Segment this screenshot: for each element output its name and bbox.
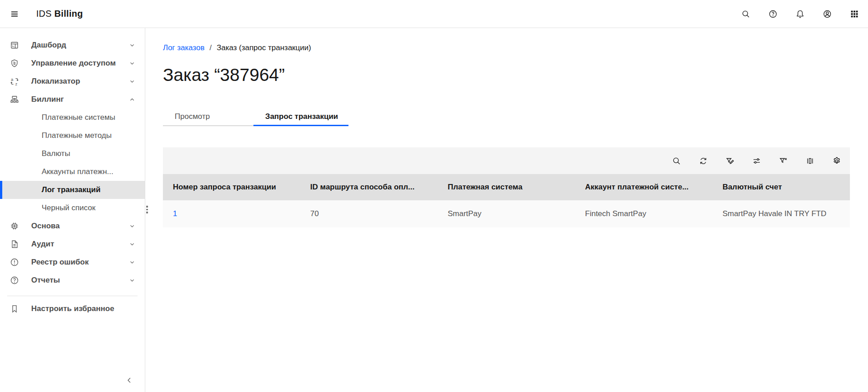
- sidebar-item-label: Настроить избранное: [31, 304, 114, 313]
- question-circle-icon: [10, 276, 19, 285]
- sidebar-item-reports[interactable]: Отчеты: [0, 271, 145, 289]
- sidebar-item-error-registry[interactable]: Реестр ошибок: [0, 253, 145, 271]
- translate-icon: a z: [10, 77, 19, 86]
- sidebar-item-favorites[interactable]: Настроить избранное: [0, 300, 145, 318]
- tab-view[interactable]: Просмотр: [163, 108, 253, 126]
- svg-text:z: z: [15, 82, 18, 86]
- table-settings-gear-icon[interactable]: [823, 147, 850, 174]
- chevron-down-icon: [129, 60, 136, 67]
- top-bar: IDS Billing: [0, 0, 868, 28]
- sidebar-subitem-label: Валюты: [42, 149, 70, 158]
- sidebar-item-label: Аудит: [31, 240, 54, 249]
- chevron-up-icon: [129, 96, 136, 103]
- sidebar-item-label: Локализатор: [31, 77, 80, 86]
- sidebar-subitem-payment-systems[interactable]: Платежные системы: [0, 109, 145, 127]
- sidebar-subitem-label: Черный список: [42, 203, 95, 213]
- sidebar-subitem-currencies[interactable]: Валюты: [0, 145, 145, 163]
- cell-payment-system: SmartPay: [438, 200, 575, 227]
- transaction-request-link[interactable]: 1: [173, 209, 177, 218]
- dashboard-icon: [10, 41, 19, 50]
- column-header[interactable]: Платежная система: [438, 174, 575, 200]
- sidebar-subitem-label: Аккаунты платежн...: [42, 167, 113, 176]
- sidebar-subitem-label: Платежные методы: [42, 131, 112, 140]
- notifications-icon[interactable]: [787, 0, 814, 28]
- chevron-down-icon: [129, 78, 136, 85]
- warning-circle-icon: [10, 258, 19, 267]
- column-header[interactable]: ID маршрута способа опл...: [300, 174, 438, 200]
- sidebar-item-access-management[interactable]: Управление доступом: [0, 54, 145, 72]
- breadcrumb-separator: /: [210, 43, 212, 52]
- sidebar-subitem-transaction-log[interactable]: Лог транзакций: [0, 181, 145, 199]
- filter-edit-icon[interactable]: [716, 147, 743, 174]
- sidebar-resize-handle[interactable]: [146, 206, 148, 215]
- sidebar-subitem-blacklist[interactable]: Черный список: [0, 199, 145, 217]
- breadcrumb-current: Заказ (запрос транзакции): [217, 43, 311, 52]
- sidebar-item-audit[interactable]: Аудит: [0, 235, 145, 253]
- global-actions: [732, 0, 868, 28]
- sidebar-item-label: Дашборд: [31, 41, 66, 50]
- app-logo: IDS Billing: [36, 9, 83, 19]
- column-header[interactable]: Валютный счет: [712, 174, 850, 200]
- logo-prefix: IDS: [36, 9, 52, 19]
- user-account-icon[interactable]: [814, 0, 841, 28]
- sidebar-item-label: Биллинг: [31, 95, 64, 104]
- sidebar-subitem-payment-methods[interactable]: Платежные методы: [0, 127, 145, 145]
- sidebar: Дашборд Управление доступом a z: [0, 28, 145, 392]
- chip-icon: [10, 222, 19, 231]
- billing-flow-icon: [10, 95, 19, 104]
- column-header[interactable]: Аккаунт платежной систе...: [575, 174, 713, 200]
- svg-text:a: a: [11, 77, 13, 82]
- refresh-icon[interactable]: [690, 147, 716, 174]
- sidebar-divider: [7, 296, 138, 296]
- cell-route-id: 70: [300, 200, 438, 227]
- table-search-icon[interactable]: [663, 147, 690, 174]
- transaction-request-table: Номер запроса транзакции ID маршрута спо…: [163, 147, 850, 227]
- cell-request-number: 1: [163, 200, 300, 227]
- chevron-down-icon: [129, 277, 136, 284]
- columns-icon[interactable]: [796, 147, 823, 174]
- main-content: Лог заказов / Заказ (запрос транзакции) …: [145, 28, 868, 392]
- logo-suffix: Billing: [54, 9, 83, 19]
- chevron-down-icon: [129, 42, 136, 49]
- chevron-down-icon: [129, 241, 136, 248]
- sidebar-item-label: Основа: [31, 222, 60, 231]
- sidebar-subitem-label: Платежные системы: [42, 113, 115, 122]
- breadcrumb: Лог заказов / Заказ (запрос транзакции): [163, 43, 868, 52]
- sidebar-item-label: Реестр ошибок: [31, 258, 89, 267]
- cell-account: Fintech SmartPay: [575, 200, 713, 227]
- sidebar-item-label: Отчеты: [31, 276, 60, 285]
- chevron-down-icon: [129, 259, 136, 266]
- search-icon[interactable]: [732, 0, 759, 28]
- sidebar-subitem-payment-accounts[interactable]: Аккаунты платежн...: [0, 163, 145, 181]
- sidebar-item-localizator[interactable]: a z Локализатор: [0, 72, 145, 90]
- breadcrumb-link-order-log[interactable]: Лог заказов: [163, 43, 205, 52]
- sidebar-item-dashboard[interactable]: Дашборд: [0, 36, 145, 54]
- cell-currency-account: SmartPay Havale IN TRY FTD: [712, 200, 850, 227]
- menu-icon[interactable]: [5, 5, 24, 23]
- settings-adjust-icon[interactable]: [743, 147, 770, 174]
- table-toolbar: [163, 147, 850, 174]
- shield-icon: [10, 59, 19, 68]
- sidebar-collapse-icon[interactable]: [120, 371, 138, 389]
- tab-bar: Просмотр Запрос транзакции: [163, 108, 868, 126]
- sidebar-subitem-label: Лог транзакций: [42, 185, 100, 194]
- chevron-down-icon: [129, 222, 136, 230]
- tab-transaction-request[interactable]: Запрос транзакции: [253, 108, 348, 126]
- app-switcher-icon[interactable]: [841, 0, 868, 28]
- sidebar-item-billing[interactable]: Биллинг: [0, 90, 145, 109]
- column-header[interactable]: Номер запроса транзакции: [163, 174, 300, 200]
- table-header-row: Номер запроса транзакции ID маршрута спо…: [163, 174, 850, 200]
- sidebar-item-label: Управление доступом: [31, 59, 116, 68]
- filter-reset-icon[interactable]: [770, 147, 796, 174]
- help-icon[interactable]: [759, 0, 787, 28]
- bookmark-icon: [10, 304, 19, 313]
- page-title: Заказ “387964”: [163, 64, 868, 85]
- document-icon: [10, 240, 19, 249]
- table-row: 1 70 SmartPay Fintech SmartPay SmartPay …: [163, 200, 850, 227]
- sidebar-item-core[interactable]: Основа: [0, 217, 145, 235]
